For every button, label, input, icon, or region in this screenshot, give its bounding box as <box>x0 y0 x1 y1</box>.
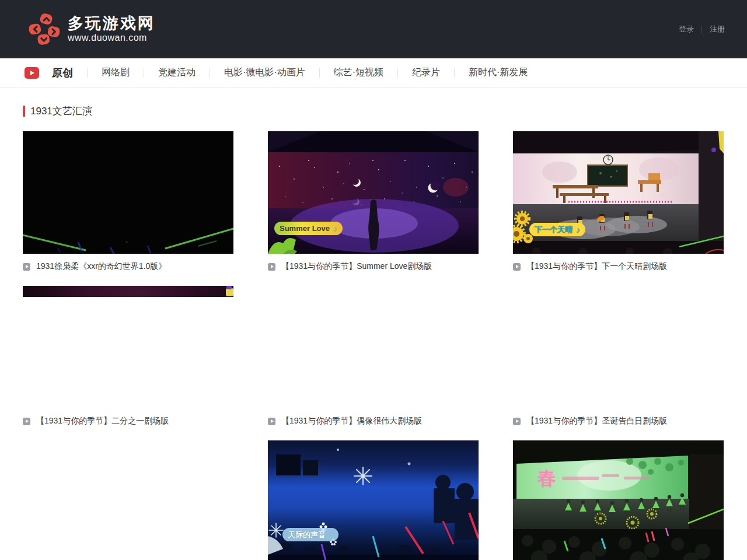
video-caption[interactable]: 【1931与你的季节】Summer Love剧场版 <box>268 261 479 272</box>
video-thumbnail[interactable] <box>23 131 233 254</box>
nav-separator <box>319 68 320 78</box>
video-card: 1931徐枭柔《xxr的奇幻世界1.0版》 <box>23 131 233 272</box>
nav-item-newera[interactable]: 新时代·新发展 <box>469 66 528 79</box>
badge-text: 下一个天晴 <box>535 225 573 235</box>
video-caption[interactable]: 【1931与你的季节】二分之一剧场版 <box>23 415 233 427</box>
video-thumbnail-empty[interactable] <box>268 286 479 408</box>
strip-highlight <box>226 286 232 289</box>
badge-mascot-icon: ♪ <box>329 530 333 540</box>
thumbnail-art-blue-stage <box>268 440 479 560</box>
video-card: 春 <box>513 440 724 560</box>
video-thumbnail-partial[interactable] <box>23 286 233 408</box>
section-title: 1931文艺汇演 <box>30 104 92 118</box>
video-play-icon <box>268 418 275 425</box>
play-icon <box>25 67 39 79</box>
video-title: 1931徐枭柔《xxr的奇幻世界1.0版》 <box>36 261 166 272</box>
site-header: 多玩游戏网 www.duowan.com 登录 注册 <box>0 0 747 58</box>
video-play-icon <box>23 263 30 271</box>
site-name: 多玩游戏网 <box>68 15 155 32</box>
thumbnail-loading-strip <box>23 286 233 297</box>
nav-item-original[interactable]: 原创 <box>52 66 73 80</box>
video-play-icon <box>268 263 275 271</box>
video-thumbnail-empty[interactable] <box>513 286 724 408</box>
auth-links: 登录 注册 <box>679 24 725 34</box>
category-nav: 原创 网络剧 党建活动 电影·微电影·动画片 综艺·短视频 纪录片 新时代·新发… <box>0 58 747 88</box>
empty-grid-slot <box>23 440 233 560</box>
badge-text: 天际的声音 <box>288 530 326 540</box>
badge-mascot-icon: ♪ <box>576 225 580 235</box>
video-title: 【1931与你的季节】圣诞告白日剧场版 <box>526 416 667 426</box>
site-url: www.duowan.com <box>68 32 155 44</box>
gamepad-icon <box>28 13 61 46</box>
video-title: 【1931与你的季节】Summer Love剧场版 <box>281 261 432 272</box>
site-logo[interactable]: 多玩游戏网 www.duowan.com <box>28 13 155 46</box>
video-card: 下一个天晴 ♪ 【1931与你的季节】下一个天晴剧场版 <box>513 131 724 272</box>
nav-item-webseries[interactable]: 网络剧 <box>102 66 130 79</box>
video-title: 【1931与你的季节】下一个天晴剧场版 <box>526 261 667 272</box>
nav-separator <box>87 68 88 78</box>
nav-item-movies[interactable]: 电影·微电影·动画片 <box>224 66 305 79</box>
nav-item-party[interactable]: 党建活动 <box>158 66 196 79</box>
video-caption[interactable]: 【1931与你的季节】偶像很伟大剧场版 <box>268 415 479 427</box>
screen-text-spring: 春 <box>537 467 556 489</box>
auth-divider <box>701 26 702 33</box>
video-card: 天际的声音 ♪ <box>268 440 479 560</box>
video-card: 【1931与你的季节】偶像很伟大剧场版 <box>268 286 479 427</box>
video-thumbnail[interactable]: 天际的声音 ♪ <box>268 440 479 560</box>
video-play-icon <box>23 418 30 425</box>
video-caption[interactable]: 1931徐枭柔《xxr的奇幻世界1.0版》 <box>23 261 233 272</box>
nav-item-variety[interactable]: 综艺·短视频 <box>334 66 383 79</box>
thumbnail-badge: 天际的声音 ♪ <box>282 528 338 541</box>
video-caption[interactable]: 【1931与你的季节】圣诞告白日剧场版 <box>513 415 724 427</box>
login-link[interactable]: 登录 <box>679 24 694 34</box>
video-play-icon <box>513 418 521 425</box>
main-content: 1931文艺汇演 1931徐枭柔《xxr的奇幻世界1. <box>0 105 747 560</box>
thumbnail-art-green-stage: 春 <box>513 440 724 560</box>
video-card: 【1931与你的季节】二分之一剧场版 <box>23 286 233 427</box>
video-thumbnail[interactable]: 下一个天晴 ♪ <box>513 131 724 254</box>
badge-text: Summer Love <box>280 224 330 233</box>
section-header: 1931文艺汇演 <box>23 105 747 117</box>
video-caption[interactable]: 【1931与你的季节】下一个天晴剧场版 <box>513 261 724 272</box>
video-card: Summer Love ♪ 【1931与你的季节】Summer Love剧场版 <box>268 131 479 272</box>
nav-separator <box>144 68 144 78</box>
video-thumbnail[interactable]: 春 <box>513 440 724 560</box>
nav-separator <box>397 68 398 78</box>
video-title: 【1931与你的季节】偶像很伟大剧场版 <box>281 416 422 426</box>
video-title: 【1931与你的季节】二分之一剧场版 <box>36 416 169 426</box>
video-play-icon <box>513 263 521 271</box>
thumbnail-badge: Summer Love ♪ <box>274 222 343 235</box>
nav-separator <box>210 68 210 78</box>
register-link[interactable]: 注册 <box>710 24 725 34</box>
badge-mascot-icon: ♪ <box>333 224 337 233</box>
section-accent-bar <box>23 106 25 117</box>
nav-item-documentary[interactable]: 纪录片 <box>412 66 440 79</box>
thumbnail-art-dark-stage <box>23 131 233 254</box>
video-card: 【1931与你的季节】圣诞告白日剧场版 <box>513 286 724 427</box>
strip-highlight <box>226 288 233 296</box>
nav-separator <box>454 68 455 78</box>
thumbnail-art-starry-stage <box>268 131 479 254</box>
video-grid: 1931徐枭柔《xxr的奇幻世界1.0版》 <box>23 131 747 560</box>
thumbnail-badge: 下一个天晴 ♪ <box>529 223 585 236</box>
video-thumbnail[interactable]: Summer Love ♪ <box>268 131 479 254</box>
